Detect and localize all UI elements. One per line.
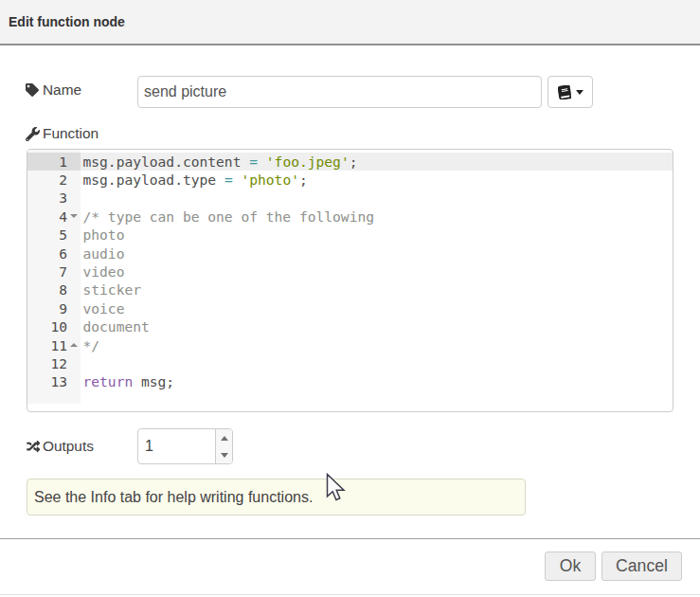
code-text (81, 189, 673, 207)
dialog-bottom-edge (0, 594, 700, 595)
line-number: 1 (27, 153, 81, 171)
editor-line-12[interactable]: 12 (27, 354, 673, 372)
fold-up-icon[interactable] (70, 343, 78, 347)
function-label: Function (26, 125, 99, 142)
footer-divider (0, 538, 700, 539)
code-text: return msg; (81, 372, 673, 390)
editor-line-1[interactable]: 1msg.payload.content = 'foo.jpeg'; (27, 153, 673, 171)
editor-line-10[interactable]: 10document (27, 317, 673, 335)
code-text: sticker (81, 280, 673, 298)
code-text (81, 354, 673, 372)
line-number: 11 (27, 335, 81, 353)
arrow-down-icon (221, 453, 228, 458)
cancel-button[interactable]: Cancel (601, 552, 682, 581)
spinner-down-button[interactable] (216, 446, 232, 463)
wrench-icon (26, 127, 43, 141)
fold-down-icon[interactable] (70, 214, 78, 218)
line-number: 13 (27, 372, 81, 390)
code-text: photo (81, 226, 673, 244)
editor-line-7[interactable]: 7video (27, 262, 673, 280)
ok-button[interactable]: Ok (545, 552, 596, 581)
editor-line-8[interactable]: 8sticker (27, 280, 673, 298)
name-label-text: Name (43, 81, 81, 99)
spinner-up-button[interactable] (216, 429, 232, 446)
outputs-input[interactable] (138, 429, 215, 463)
line-number: 4 (27, 208, 81, 226)
outputs-label-text: Outputs (43, 438, 94, 455)
line-number: 6 (27, 244, 81, 262)
tag-icon (26, 83, 43, 97)
dialog-title: Edit function node (9, 14, 125, 29)
form-tip-text: See the Info tab for help writing functi… (34, 489, 313, 506)
editor-line-4[interactable]: 4/* type can be one of the following (27, 208, 673, 226)
spinner-buttons (215, 429, 232, 463)
book-icon (558, 85, 571, 100)
line-number: 10 (27, 317, 81, 335)
arrow-up-icon (221, 436, 228, 441)
line-number: 5 (27, 226, 81, 244)
form-tip: See the Info tab for help writing functi… (27, 479, 526, 516)
line-number: 9 (27, 299, 81, 317)
code-text: /* type can be one of the following (81, 208, 673, 226)
line-number: 8 (27, 280, 81, 298)
code-text: document (81, 317, 673, 335)
editor-line-5[interactable]: 5photo (27, 226, 673, 244)
line-number: 3 (27, 189, 81, 207)
editor-line-13[interactable]: 13return msg; (27, 372, 673, 390)
caret-down-icon (576, 90, 583, 95)
editor-line-6[interactable]: 6audio (27, 244, 673, 262)
editor-line-3[interactable]: 3 (27, 189, 673, 207)
line-number: 12 (27, 354, 81, 372)
code-text: */ (81, 335, 673, 353)
library-button[interactable] (547, 76, 593, 108)
function-code-editor[interactable]: 1msg.payload.content = 'foo.jpeg';2msg.p… (27, 149, 673, 412)
editor-line-11[interactable]: 11*/ (27, 335, 673, 353)
name-input[interactable] (137, 76, 542, 108)
code-text: video (81, 262, 673, 280)
function-label-text: Function (43, 125, 99, 142)
editor-line-9[interactable]: 9voice (27, 299, 673, 317)
dialog-titlebar: Edit function node (0, 0, 700, 45)
code-text: voice (81, 299, 673, 317)
random-icon (26, 440, 43, 453)
name-label: Name (26, 81, 81, 99)
outputs-label: Outputs (26, 438, 94, 455)
outputs-spinner (137, 428, 233, 464)
code-text: audio (81, 244, 673, 262)
line-number: 2 (27, 171, 81, 189)
code-text: msg.payload.content = 'foo.jpeg'; (81, 153, 673, 171)
editor-line-2[interactable]: 2msg.payload.type = 'photo'; (27, 171, 673, 189)
line-number: 7 (27, 262, 81, 280)
code-text: msg.payload.type = 'photo'; (81, 171, 673, 189)
